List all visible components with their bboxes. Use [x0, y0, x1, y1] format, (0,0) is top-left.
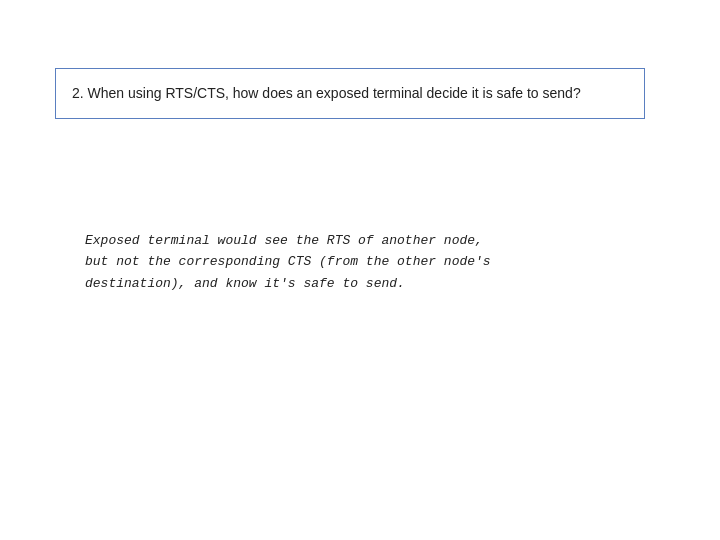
answer-line2: but not the corresponding CTS (from the …	[85, 254, 491, 269]
answer-text: Exposed terminal would see the RTS of an…	[85, 230, 605, 294]
question-text: 2. When using RTS/CTS, how does an expos…	[72, 83, 628, 104]
answer-line1: Exposed terminal would see the RTS of an…	[85, 233, 483, 248]
page-container: 2. When using RTS/CTS, how does an expos…	[0, 0, 720, 540]
answer-line3: destination), and know it's safe to send…	[85, 276, 405, 291]
question-box: 2. When using RTS/CTS, how does an expos…	[55, 68, 645, 119]
answer-box: Exposed terminal would see the RTS of an…	[85, 230, 605, 294]
